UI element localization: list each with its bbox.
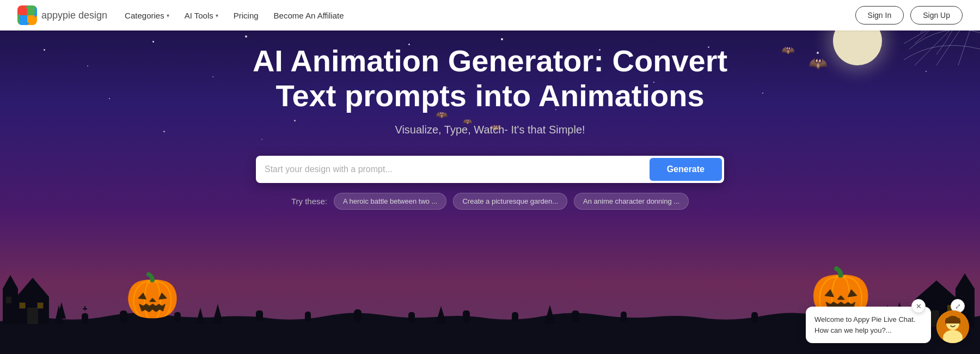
try-chip-3[interactable]: An anime character donning ...: [574, 193, 689, 210]
nav-pricing[interactable]: Pricing: [234, 11, 259, 20]
hero-title: AI Animation Generator: Convert Text pro…: [245, 44, 735, 114]
svg-rect-34: [38, 303, 43, 308]
generate-button[interactable]: Generate: [650, 158, 722, 181]
svg-rect-37: [6, 297, 11, 303]
svg-rect-11: [82, 313, 88, 324]
svg-rect-19: [408, 312, 415, 323]
hero-subtitle: Visualize, Type, Watch- It's that Simple…: [395, 124, 585, 136]
search-input[interactable]: [265, 159, 650, 180]
logo[interactable]: appypie design: [17, 5, 107, 25]
chat-bubble: Welcome to Appy Pie Live Chat. How can w…: [806, 307, 931, 343]
try-these-row: Try these: A heroic battle between two .…: [291, 193, 689, 210]
svg-rect-0: [20, 8, 27, 15]
svg-rect-33: [20, 303, 25, 308]
svg-marker-39: [915, 280, 958, 300]
svg-rect-28: [16, 297, 49, 324]
chat-message: Welcome to Appy Pie Live Chat. How can w…: [814, 315, 915, 334]
svg-rect-31: [19, 302, 26, 309]
try-chip-1[interactable]: A heroic battle between two ...: [334, 193, 446, 210]
svg-rect-30: [27, 308, 38, 324]
logo-text: appypie design: [41, 10, 107, 21]
svg-rect-32: [37, 302, 44, 309]
logo-icon: [17, 5, 37, 25]
svg-rect-3: [27, 15, 35, 23]
signin-button[interactable]: Sign In: [855, 6, 904, 25]
try-these-label: Try these:: [291, 197, 327, 206]
navbar-left: appypie design Categories ▾ AI Tools ▾ P…: [17, 5, 344, 25]
navbar-right: Sign In Sign Up: [855, 6, 963, 25]
try-chip-2[interactable]: Create a picturesque garden...: [453, 193, 567, 210]
hero-section: 🦇 🦇 🦇 🦇 🦇 AI Animation Generator: Conver…: [0, 0, 980, 354]
chat-avatar[interactable]: [936, 310, 969, 343]
svg-rect-17: [305, 312, 311, 322]
svg-rect-13: [83, 308, 87, 309]
svg-rect-18: [354, 309, 362, 322]
svg-rect-2: [20, 15, 27, 23]
svg-marker-44: [955, 273, 975, 289]
chat-close-button[interactable]: ✕: [911, 299, 926, 313]
nav-ai-tools[interactable]: AI Tools ▾: [185, 11, 218, 20]
svg-marker-29: [16, 278, 49, 297]
svg-rect-1: [27, 8, 35, 15]
nav-affiliate[interactable]: Become An Affiliate: [274, 11, 344, 20]
svg-marker-36: [3, 275, 18, 289]
chat-widget: ✕ ⤢ Welcome to Appy Pie Live Chat. How c…: [806, 307, 969, 343]
svg-rect-24: [751, 312, 758, 323]
nav-links: Categories ▾ AI Tools ▾ Pricing Become A…: [125, 11, 344, 20]
svg-rect-23: [621, 312, 627, 322]
search-container: Generate: [256, 156, 724, 183]
chevron-down-icon: ▾: [167, 13, 169, 19]
bat-decoration: 🦇: [808, 54, 828, 72]
nav-categories[interactable]: Categories ▾: [125, 11, 169, 20]
svg-rect-12: [84, 306, 85, 310]
pumpkin-left: 🎃: [125, 270, 180, 321]
signup-button[interactable]: Sign Up: [910, 6, 963, 25]
svg-rect-21: [512, 312, 518, 322]
svg-rect-22: [572, 310, 579, 322]
navbar: appypie design Categories ▾ AI Tools ▾ P…: [0, 0, 980, 30]
bat-decoration: 🦇: [781, 44, 795, 57]
svg-rect-16: [256, 310, 263, 321]
svg-rect-20: [463, 310, 470, 322]
chevron-down-icon: ▾: [216, 13, 218, 19]
svg-rect-35: [3, 289, 18, 324]
